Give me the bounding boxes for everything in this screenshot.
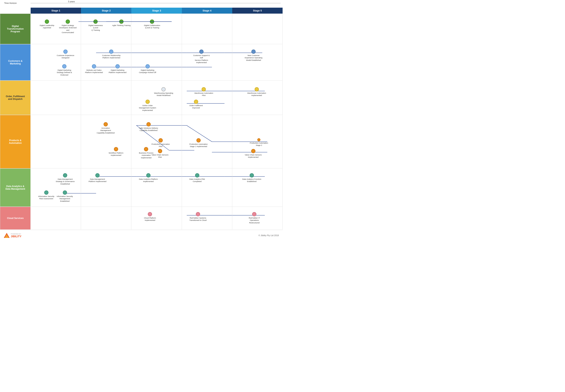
label-cx-designed: Customer ExperienceDesigned (57, 54, 74, 59)
row-customers: Customer ExperienceDesigned Digital Mark… (31, 44, 282, 81)
node-prod-auto-s2: Production AutomationStage 2 (250, 138, 268, 147)
circle-digital-strategy (66, 19, 70, 24)
order-stage4: Warehouse AutomationPilot Order Fulfillm… (182, 81, 232, 115)
node-digital-strategy: Digital StrategyDeveloped, Endorsed andC… (58, 19, 77, 34)
node-website-sales: Website and SalesPlatform Implemented (85, 64, 103, 74)
time-years-label: 3 years (68, 0, 75, 3)
node-agile-thinking: Agile Thinking Training (112, 19, 131, 27)
footer-logo-text: POWERED BY JIBILITY (11, 233, 21, 238)
label-warehouse-model: Warehousing OperatingModel Redefined (154, 92, 173, 97)
circle-cx-designed (63, 50, 68, 54)
node-info-sec-risk: Information SecurityRisk Assessment (38, 190, 54, 200)
label-prod-auto-pilot: Production AutomationPilot (151, 143, 170, 148)
customers-stage1: Customer ExperienceDesigned Digital Mark… (31, 44, 81, 80)
node-analytics-pilot: Data Analytics PilotCompleted (189, 173, 205, 183)
label-dm-strategy: Digital MarketingStrategy Defined &Endor… (57, 69, 72, 76)
node-crm: Customer RelationshipPlatform Implemente… (102, 50, 120, 59)
label-order-mgmt: Online OrderManagement SystemImplemented (139, 104, 156, 112)
circle-data-strategy (63, 173, 67, 177)
stage-5-header: Stage 5 (232, 8, 282, 14)
circle-analytics-platform (146, 173, 150, 177)
node-dm-platform: Digital MarketingPlatform Implemented (109, 64, 126, 74)
label-data: Data Analytics &Data Management (0, 168, 31, 207)
circle-agile-solutions (147, 122, 151, 126)
products-stage4: Production AutomationStage 1 Implemented (182, 115, 232, 168)
row-order: Warehousing OperatingModel Redefined Onl… (31, 81, 282, 115)
node-info-sec-mgmt: Information SecurityManagementEstablishe… (57, 190, 73, 202)
customers-stage4: Customer Support & SelfService PlatformI… (182, 44, 232, 80)
main-grid: DigitalTransformationProgram Customers &… (0, 14, 282, 230)
label-digital-collab: Digital Collaboration(Level 2) Training (144, 24, 160, 29)
order-stage3: Warehousing OperatingModel Redefined Onl… (131, 81, 182, 115)
circle-warehouse-pilot (202, 87, 206, 91)
cloud-stage4: RedYabber SystemsTransitioned to Cloud (182, 207, 232, 229)
circle-workflow (114, 147, 118, 151)
label-analytics-pilot: Data Analytics PilotCompleted (189, 178, 205, 183)
footer-copyright: © Jibility Pty Ltd 2018 (258, 234, 279, 237)
footer: POWERED BY JIBILITY © Jibility Pty Ltd 2… (0, 230, 282, 240)
circle-digital-collab (150, 19, 154, 24)
circle-bpa (144, 147, 148, 151)
digital-stage4 (182, 14, 232, 44)
row-data: Data ManagementStrategy & GovernanceEsta… (31, 168, 282, 207)
node-redyabber-restr: RedYabber ITOperations Restructured (245, 212, 264, 224)
circle-analytics-func (250, 173, 254, 177)
order-stage1 (31, 81, 81, 115)
label-warehouse-impl: Warehouse AutomationImplemented (247, 92, 266, 97)
stage-2-header: Stage 2 (81, 8, 131, 14)
node-warehouse-impl: Warehouse AutomationImplemented (247, 87, 266, 97)
customers-stage2: Customer RelationshipPlatform Implemente… (81, 44, 131, 80)
circle-dm-campaign (146, 64, 150, 69)
products-stage5: Production AutomationStage 2 Value Chain… (232, 115, 282, 168)
circle-dm-platform (116, 64, 120, 69)
label-vc-sensors-pilot: Value Chain SensorsPilot (151, 154, 168, 158)
node-data-strategy: Data ManagementStrategy & GovernanceEsta… (56, 173, 75, 185)
circle-new-cx (251, 50, 256, 54)
customers-stage3: Digital MarketingCampaign Kicked Off (131, 44, 182, 80)
label-prod-auto-s1: Production AutomationStage 1 Implemented (189, 143, 208, 148)
order-stage5: Warehouse AutomationImplemented (232, 81, 282, 115)
circle-digital-awareness (93, 19, 98, 24)
label-digital-strategy: Digital StrategyDeveloped, Endorsed andC… (58, 24, 77, 34)
circle-order-mgmt (146, 100, 150, 104)
label-new-cx: New CustomerExperience OperatingModel Es… (245, 54, 262, 61)
node-digital-awareness: Digital Awareness (Level1) Training (86, 19, 105, 31)
products-stage1 (31, 115, 81, 168)
digital-stage1: Digital LeadershipAppointed Digital Stra… (31, 14, 81, 44)
digital-stage3: Digital Collaboration(Level 2) Training (131, 14, 182, 44)
node-vc-sensors-pilot: Value Chain SensorsPilot (151, 149, 168, 158)
jibility-logo-icon (4, 233, 10, 238)
label-info-sec-mgmt: Information SecurityManagementEstablishe… (57, 195, 73, 202)
label-products: Products &Automation (0, 115, 31, 168)
circle-dm-strategy (62, 64, 66, 69)
stage-headers: Stage 1 Stage 2 Stage 3 Stage 4 Stage 5 (31, 8, 282, 14)
row-digital: Digital LeadershipAppointed Digital Stra… (31, 14, 282, 44)
node-order-mgmt: Online OrderManagement SystemImplemented (139, 100, 156, 112)
label-prod-auto-s2: Production AutomationStage 2 (250, 142, 268, 147)
label-bpa: Business ProcessAutomationImplemented (139, 152, 154, 159)
label-order-fulfillment: Order FulfillmentImproved (189, 104, 203, 109)
label-cx-support: Customer Support & SelfService PlatformI… (192, 54, 211, 64)
node-dm-strategy: Digital MarketingStrategy Defined &Endor… (57, 64, 72, 76)
label-cloud-platform: Cloud PlatformImplemented (144, 217, 156, 222)
digital-stage5 (232, 14, 282, 44)
products-stage3: Agile Solutions DeliveryCapability Estab… (131, 115, 182, 168)
circle-prod-auto-pilot (159, 138, 163, 142)
node-digital-collab: Digital Collaboration(Level 2) Training (144, 19, 160, 29)
label-redyabber-transition: RedYabber SystemsTransitioned to Cloud (189, 217, 207, 222)
circle-redyabber-transition (196, 212, 200, 216)
label-website-sales: Website and SalesPlatform Implemented (85, 69, 103, 74)
cloud-stage2 (81, 207, 131, 229)
stage-1-header: Stage 1 (31, 8, 81, 14)
label-digital-leadership: Digital LeadershipAppointed (40, 24, 54, 29)
header: Time Horizon 3 years (0, 0, 282, 8)
circle-analytics-pilot (195, 173, 199, 177)
label-cloud: Cloud Services (0, 207, 31, 230)
customers-stage5: New CustomerExperience OperatingModel Es… (232, 44, 282, 80)
circle-prod-auto-s2 (257, 138, 260, 141)
label-vc-sensors-impl: Value Chain SensorsImplemented (245, 154, 262, 158)
circle-order-fulfillment (194, 100, 198, 104)
node-dm-campaign: Digital MarketingCampaign Kicked Off (139, 64, 156, 74)
circle-warehouse-impl (255, 87, 259, 91)
label-order: Order, Fulfillmentand Dispatch (0, 81, 31, 115)
